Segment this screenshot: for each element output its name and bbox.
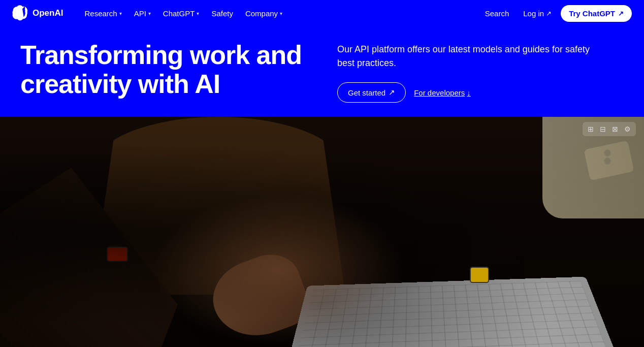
arrow-down-icon: ↓ <box>467 88 471 97</box>
for-developers-button[interactable]: For developers ↓ <box>414 88 471 97</box>
nav-right: Search Log in ↗ Try ChatGPT ↗ <box>480 5 632 22</box>
search-button[interactable]: Search <box>480 6 514 21</box>
chevron-down-icon: ▾ <box>119 11 122 16</box>
grid-view-button[interactable]: ⊞ <box>586 124 596 134</box>
arrow-icon: ↗ <box>546 10 552 17</box>
nav-link-company[interactable]: Company ▾ <box>240 6 287 21</box>
wristwatch-red <box>107 246 128 262</box>
hero-section: Transforming work and creativity with AI… <box>0 26 644 117</box>
hero-description: Our API platform offers our latest model… <box>337 43 601 70</box>
card-view-button[interactable]: ⊟ <box>598 124 608 134</box>
keyboard-keys <box>296 281 606 347</box>
hero-photo <box>0 117 644 347</box>
get-started-button[interactable]: Get started ↗ <box>337 82 406 103</box>
hero-left: Transforming work and creativity with AI <box>20 41 307 99</box>
arrow-icon: ↗ <box>618 10 624 17</box>
navbar: OpenAI Research ▾ API ▾ ChatGPT ▾ Safety… <box>0 0 644 26</box>
hero-right: Our API platform offers our latest model… <box>337 41 624 103</box>
chevron-down-icon: ▾ <box>148 11 151 16</box>
hero-image-section: ⊞ ⊟ ⊠ ⚙ <box>0 117 644 347</box>
image-toolbar: ⊞ ⊟ ⊠ ⚙ <box>583 122 636 136</box>
try-chatgpt-button[interactable]: Try ChatGPT ↗ <box>561 5 632 22</box>
chevron-down-icon: ▾ <box>280 11 282 16</box>
nav-link-chatgpt[interactable]: ChatGPT ▾ <box>158 6 205 21</box>
brand-name: OpenAI <box>33 8 63 18</box>
image-view-button[interactable]: ⊠ <box>610 124 620 134</box>
nav-link-api[interactable]: API ▾ <box>129 6 156 21</box>
settings-icon-button[interactable]: ⚙ <box>622 124 633 134</box>
nav-links: Research ▾ API ▾ ChatGPT ▾ Safety Compan… <box>79 6 479 21</box>
chevron-down-icon: ▾ <box>197 11 199 16</box>
wristwatch-yellow <box>470 267 489 283</box>
nav-link-safety[interactable]: Safety <box>206 6 238 21</box>
login-button[interactable]: Log in ↗ <box>518 6 557 21</box>
nav-link-research[interactable]: Research ▾ <box>79 6 126 21</box>
hero-buttons: Get started ↗ For developers ↓ <box>337 82 624 103</box>
arrow-icon: ↗ <box>389 88 395 97</box>
hero-title: Transforming work and creativity with AI <box>20 41 307 99</box>
laptop <box>286 277 616 347</box>
logo-link[interactable]: OpenAI <box>12 5 63 21</box>
